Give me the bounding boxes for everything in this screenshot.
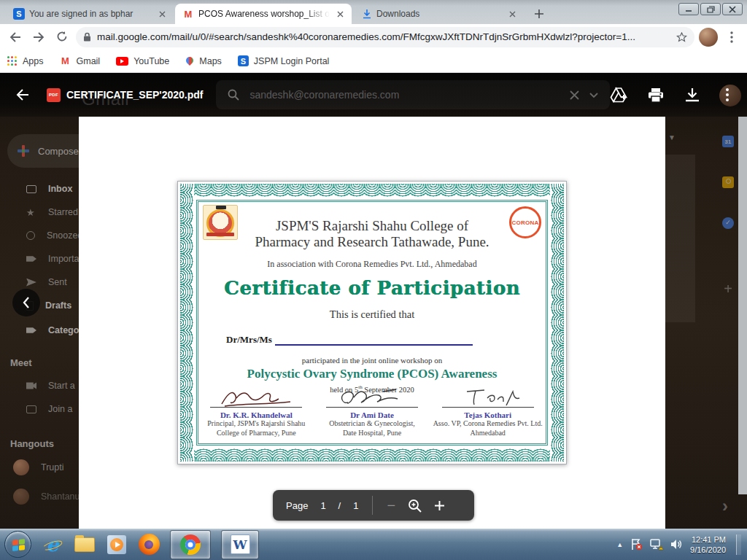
page-scrollbar[interactable] <box>738 117 747 494</box>
close-window-button[interactable] <box>722 3 743 15</box>
sidebar-item-important[interactable]: Important <box>26 254 87 264</box>
tab-close-icon[interactable] <box>506 8 518 20</box>
signatory-role: Principal, JSPM's Rajarshi Shahu <box>207 419 305 429</box>
print-icon[interactable] <box>648 88 664 103</box>
forward-button[interactable] <box>29 28 48 47</box>
tab-label: Downloads <box>376 9 502 19</box>
reload-button[interactable] <box>53 28 71 47</box>
sidebar-item-sent[interactable]: Sent <box>26 277 67 287</box>
sidebar-item-inbox[interactable]: Inbox <box>26 184 72 194</box>
taskbar-clock[interactable]: 12:41 PM 9/16/2020 <box>690 534 729 555</box>
viewer-header: Gmail PDF CERTIFICATE_SEP'2020.pdf sande… <box>0 73 747 117</box>
url-text[interactable]: mail.google.com/mail/u/0/#search/sandesh… <box>97 31 670 42</box>
previous-attachment-button[interactable] <box>12 289 40 316</box>
tab-signed-in[interactable]: S You are signed in as bphar <box>6 4 174 24</box>
taskbar-media-player[interactable] <box>106 534 128 556</box>
tab-downloads[interactable]: Downloads <box>355 4 524 24</box>
viewer-more-options-icon[interactable] <box>721 88 734 101</box>
signatory-role: Ahmedabad <box>471 429 506 438</box>
word-icon: W <box>231 534 250 554</box>
restore-button[interactable] <box>700 3 721 15</box>
taskbar-firefox[interactable] <box>138 534 160 556</box>
back-button[interactable] <box>6 28 25 47</box>
site-favicon: S <box>13 8 25 20</box>
tab-close-icon[interactable] <box>334 8 346 20</box>
zoom-in-icon[interactable] <box>434 500 445 511</box>
download-icon[interactable] <box>684 88 700 102</box>
contact-avatar <box>13 489 29 505</box>
zoom-out-icon[interactable]: − <box>387 497 395 514</box>
bookmark-label: Maps <box>199 56 222 66</box>
chevron-down-icon: ▼ <box>668 133 676 141</box>
action-center-flag-icon[interactable] <box>630 538 643 551</box>
inbox-icon <box>26 185 36 193</box>
apps-grid-icon <box>7 56 18 66</box>
bookmark-star-icon[interactable] <box>676 32 687 42</box>
gmail-m-icon: M <box>60 55 71 67</box>
meet-join-meeting[interactable]: Join a <box>26 404 72 414</box>
taskbar-file-explorer[interactable] <box>74 534 96 556</box>
network-status-icon[interactable] <box>650 538 663 551</box>
show-desktop-button[interactable] <box>736 534 741 555</box>
search-query[interactable]: sandeshk@coronaremedies.com <box>249 89 560 101</box>
next-attachment-chevron-icon[interactable]: › <box>722 496 728 516</box>
tab-label: PCOS Awareness worshop_List of <box>198 9 330 19</box>
hidden-icons-chevron-icon[interactable]: ▲ <box>616 541 623 548</box>
sidebar-item-snoozed[interactable]: Snoozed <box>26 230 82 241</box>
add-to-drive-icon[interactable] <box>610 87 627 103</box>
hangouts-contact-shantanu[interactable]: Shantanu <box>13 489 80 505</box>
name-blank-line <box>275 335 473 346</box>
tab-close-icon[interactable] <box>156 8 168 20</box>
divider <box>372 496 373 515</box>
maps-pin-icon <box>185 57 194 66</box>
taskbar-chrome-active[interactable] <box>170 530 211 559</box>
contact-avatar <box>13 459 29 475</box>
download-favicon <box>362 9 372 19</box>
windows-taskbar: e W ▲ 12 <box>0 529 747 560</box>
gmail-attachment-viewer: Compose Inbox ★Starred Snoozed Important… <box>0 73 747 529</box>
zoom-magnifier-icon[interactable] <box>408 499 422 513</box>
sidebar-item-starred[interactable]: ★Starred <box>26 207 78 217</box>
gmail-search-bar[interactable]: sandeshk@coronaremedies.com <box>216 80 610 109</box>
volume-icon[interactable] <box>670 539 683 550</box>
keep-panel-icon[interactable] <box>722 176 734 188</box>
bookmark-jspm-portal[interactable]: S JSPM Login Portal <box>238 55 330 66</box>
search-options-chevron-icon[interactable] <box>589 93 598 98</box>
jspm-s-icon: S <box>238 55 249 66</box>
tab-pcos-awareness-active[interactable]: M PCOS Awareness worshop_List of <box>175 4 352 24</box>
bookmark-maps[interactable]: Maps <box>185 56 222 66</box>
signatory-name: Tejas Kothari <box>464 411 511 419</box>
pdf-page: CORONA JSPM'S Rajarshi Shahu College of … <box>79 117 665 529</box>
signatory-date: Dr Ami Date Obstetrician & Gynecologist,… <box>314 386 430 438</box>
bookmark-label: YouTube <box>133 56 169 66</box>
minimize-button[interactable] <box>678 3 699 15</box>
address-bar[interactable]: mail.google.com/mail/u/0/#search/sandesh… <box>76 27 694 47</box>
calendar-panel-icon[interactable]: 31 <box>722 136 734 147</box>
profile-avatar[interactable] <box>699 28 718 47</box>
certificate-border-right <box>550 184 564 462</box>
bookmark-label: Gmail <box>77 56 101 66</box>
clear-search-icon[interactable] <box>570 90 579 100</box>
bookmark-gmail[interactable]: M Gmail <box>60 55 101 67</box>
browser-tab-strip: S You are signed in as bphar M PCOS Awar… <box>0 0 747 24</box>
screen: S You are signed in as bphar M PCOS Awar… <box>0 0 747 560</box>
bookmark-apps[interactable]: Apps <box>7 56 44 66</box>
meet-start-meeting[interactable]: Start a <box>26 381 75 391</box>
new-tab-button[interactable] <box>531 6 547 22</box>
hangouts-contact-trupti[interactable]: Trupti <box>13 459 64 475</box>
bookmark-youtube[interactable]: YouTube <box>116 56 169 66</box>
folder-icon <box>74 537 95 552</box>
add-panel-icon[interactable]: + <box>722 283 734 295</box>
taskbar-internet-explorer[interactable]: e <box>42 534 63 556</box>
current-page-number[interactable]: 1 <box>320 500 325 511</box>
categories-icon <box>26 327 36 335</box>
taskbar-word-active[interactable]: W <box>221 530 259 559</box>
start-button[interactable] <box>4 531 31 558</box>
certificate-border-bottom <box>180 448 564 462</box>
viewer-back-button[interactable] <box>10 89 35 101</box>
browser-menu-icon[interactable] <box>722 28 741 47</box>
chrome-icon <box>180 534 201 555</box>
clock-date: 9/16/2020 <box>690 545 726 555</box>
search-icon <box>228 89 239 101</box>
tasks-panel-icon[interactable]: ✓ <box>722 217 734 229</box>
